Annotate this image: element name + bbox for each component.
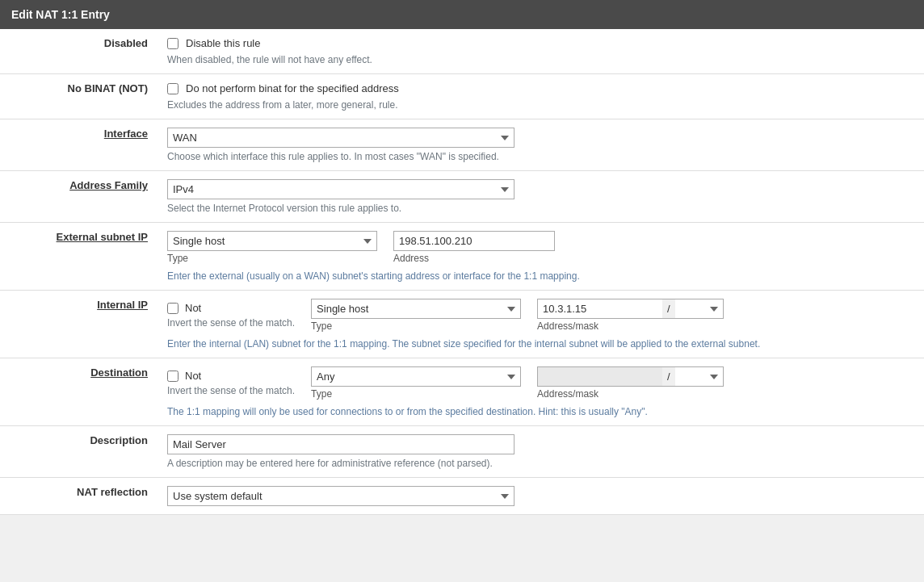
nat-reflection-select[interactable]: Use system default Enable Disable (167, 486, 514, 506)
disabled-checkbox-label[interactable]: Disable this rule (167, 37, 261, 49)
destination-type-label: Type (311, 388, 521, 400)
destination-address-input[interactable] (537, 366, 662, 387)
internal-ip-content: Not Invert the sense of the match. Singl… (158, 291, 924, 358)
internal-ip-label: Internal IP (0, 291, 158, 358)
description-content: A description may be entered here for ad… (158, 426, 924, 478)
nat-reflection-content: Use system default Enable Disable (158, 478, 924, 515)
interface-help: Choose which interface this rule applies… (167, 151, 914, 162)
disabled-help: When disabled, the rule will not have an… (167, 54, 914, 65)
disabled-row: Disabled Disable this rule When disabled… (0, 29, 924, 74)
internal-ip-row: Internal IP Not Invert the sense of the … (0, 291, 924, 358)
form-table: Disabled Disable this rule When disabled… (0, 29, 924, 515)
external-type-select[interactable]: Single host Network Range (167, 231, 377, 251)
disabled-check-row: Disable this rule (167, 37, 914, 49)
internal-not-check: Not (167, 302, 295, 314)
no-binat-help: Excludes the address from a later, more … (167, 99, 914, 111)
internal-ip-inputs: Not Invert the sense of the match. Singl… (167, 299, 914, 332)
disabled-label: Disabled (0, 29, 158, 74)
destination-help: The 1:1 mapping will only be used for co… (167, 406, 914, 417)
internal-address-col: / 32 24 16 Address/mask (537, 299, 724, 332)
destination-slash-separator: / (662, 366, 675, 387)
description-input[interactable] (167, 434, 514, 454)
destination-content: Not Invert the sense of the match. Any S… (158, 358, 924, 426)
external-subnet-label: External subnet IP (0, 223, 158, 291)
address-family-label: Address Family (0, 171, 158, 223)
destination-addr-mask-group: / 32 24 (537, 366, 724, 387)
address-family-content: IPv4 IPv6 IPv4+IPv6 Select the Internet … (158, 171, 924, 223)
page: Edit NAT 1:1 Entry Disabled Disable this… (0, 0, 924, 515)
interface-label: Interface (0, 119, 158, 171)
internal-not-col: Not Invert the sense of the match. (167, 299, 295, 329)
destination-type-select[interactable]: Any Single host Network (311, 366, 521, 387)
internal-mask-select[interactable]: 32 24 16 (675, 299, 724, 319)
internal-not-checkbox[interactable] (167, 303, 178, 314)
internal-type-col: Single host Network Range Type (311, 299, 521, 332)
external-address-col: Address (393, 231, 555, 264)
external-address-input[interactable] (393, 231, 555, 251)
no-binat-content: Do not perform binat for the specified a… (158, 74, 924, 119)
no-binat-row: No BINAT (NOT) Do not perform binat for … (0, 74, 924, 119)
address-family-help: Select the Internet Protocol version thi… (167, 203, 914, 214)
internal-ip-help: Enter the internal (LAN) subnet for the … (167, 338, 914, 350)
page-title: Edit NAT 1:1 Entry (0, 0, 924, 29)
internal-address-input[interactable] (537, 299, 662, 319)
external-subnet-content: Single host Network Range Type Address E… (158, 223, 924, 291)
destination-not-check: Not (167, 370, 295, 382)
destination-type-col: Any Single host Network Type (311, 366, 521, 400)
internal-address-label: Address/mask (537, 320, 724, 332)
destination-address-col: / 32 24 Address/mask (537, 366, 724, 400)
nat-reflection-label: NAT reflection (0, 478, 158, 515)
interface-select[interactable]: WAN LAN OPT1 (167, 128, 514, 148)
disabled-content: Disable this rule When disabled, the rul… (158, 29, 924, 74)
destination-row: Destination Not Invert the sense of the … (0, 358, 924, 426)
nat-reflection-row: NAT reflection Use system default Enable… (0, 478, 924, 515)
no-binat-checkbox-label[interactable]: Do not perform binat for the specified a… (167, 82, 399, 94)
internal-invert-text: Invert the sense of the match. (167, 317, 295, 329)
description-label: Description (0, 426, 158, 478)
interface-row: Interface WAN LAN OPT1 Choose which inte… (0, 119, 924, 171)
description-row: Description A description may be entered… (0, 426, 924, 478)
internal-type-label: Type (311, 320, 521, 332)
external-type-label: Type (167, 253, 377, 264)
interface-content: WAN LAN OPT1 Choose which interface this… (158, 119, 924, 171)
description-help: A description may be entered here for ad… (167, 458, 914, 469)
destination-not-col: Not Invert the sense of the match. (167, 366, 295, 396)
destination-label: Destination (0, 358, 158, 426)
no-binat-label: No BINAT (NOT) (0, 74, 158, 119)
destination-not-checkbox[interactable] (167, 371, 178, 382)
external-address-label: Address (393, 253, 555, 264)
slash-separator: / (662, 299, 675, 319)
external-subnet-help: Enter the external (usually on a WAN) su… (167, 270, 914, 282)
external-subnet-row: External subnet IP Single host Network R… (0, 223, 924, 291)
external-type-col: Single host Network Range Type (167, 231, 377, 264)
internal-addr-mask-group: / 32 24 16 (537, 299, 724, 319)
destination-inputs: Not Invert the sense of the match. Any S… (167, 366, 914, 400)
no-binat-check-row: Do not perform binat for the specified a… (167, 82, 914, 94)
destination-address-label: Address/mask (537, 388, 724, 400)
external-subnet-inputs: Single host Network Range Type Address (167, 231, 914, 264)
destination-invert-text: Invert the sense of the match. (167, 385, 295, 396)
address-family-select[interactable]: IPv4 IPv6 IPv4+IPv6 (167, 179, 514, 199)
destination-mask-select[interactable]: 32 24 (675, 366, 724, 387)
internal-type-select[interactable]: Single host Network Range (311, 299, 521, 319)
disabled-checkbox[interactable] (167, 38, 178, 49)
no-binat-checkbox[interactable] (167, 83, 178, 94)
address-family-row: Address Family IPv4 IPv6 IPv4+IPv6 Selec… (0, 171, 924, 223)
